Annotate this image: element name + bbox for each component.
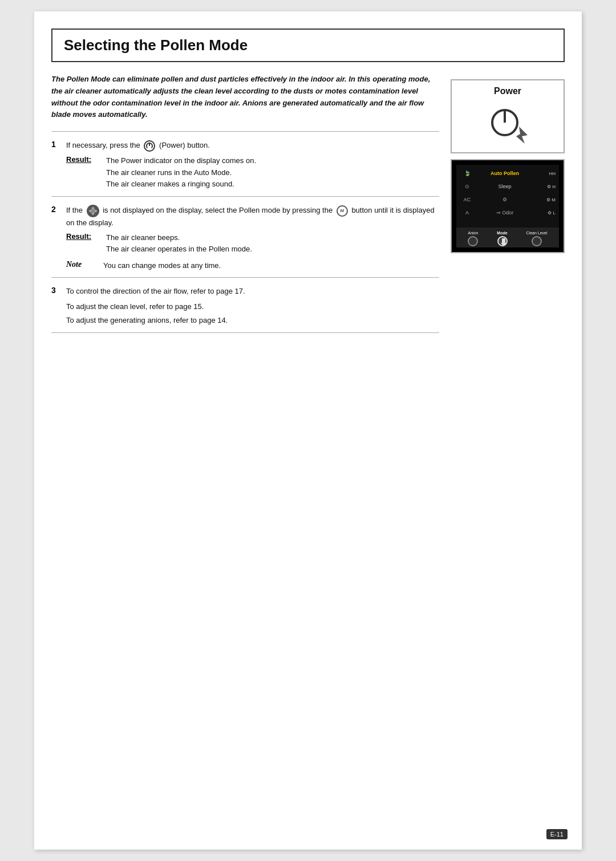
step-1-result: Result: The Power indicator on the displ… — [66, 155, 439, 190]
svg-marker-7 — [516, 127, 528, 144]
note-text: You can change modes at any time. — [103, 260, 221, 271]
clean-level-label: Clean Level — [526, 231, 548, 235]
step-2-text: If the is not displayed on the display, … — [66, 205, 439, 229]
step-2-number: 2 — [51, 205, 63, 214]
note-label: Note — [66, 260, 98, 269]
left-column: The Pollen Mode can eliminate pollen and… — [51, 74, 451, 341]
clean-level-btn-group: Clean Level — [526, 231, 548, 246]
result-lines-1: The Power indicator on the display comes… — [106, 155, 256, 190]
power-icon-inline — [144, 140, 155, 152]
step-3-header: 3 To control the direction of the air fl… — [51, 286, 439, 297]
title-box: Selecting the Pollen Mode — [51, 29, 565, 62]
power-diagram-title: Power — [457, 86, 558, 96]
anion-label: Anion — [468, 231, 479, 235]
result-label-2: Result: — [66, 232, 100, 256]
divider-3 — [51, 277, 439, 278]
step-1-text: If necessary, press the (Power) button. — [66, 140, 210, 152]
result-label-1: Result: — [66, 155, 100, 190]
step-1-header: 1 If necessary, press the (Power) button… — [51, 140, 439, 152]
svg-point-3 — [92, 213, 94, 215]
step-3-number: 3 — [51, 286, 63, 295]
mode-button-icon: M — [337, 205, 348, 217]
step-3-extra: To adjust the clean level, refer to page… — [66, 300, 439, 327]
divider-2 — [51, 196, 439, 197]
page-title: Selecting the Pollen Mode — [64, 36, 552, 54]
page-number: E-11 — [546, 829, 568, 839]
mode-btn-group: Mode — [497, 231, 507, 246]
step-3-text: To control the direction of the air flow… — [66, 286, 245, 297]
step-1: 1 If necessary, press the (Power) button… — [51, 140, 439, 190]
intro-paragraph: The Pollen Mode can eliminate pollen and… — [51, 74, 439, 121]
power-diagram: Power — [451, 79, 565, 153]
divider-1 — [51, 131, 439, 132]
pollen-display-icon — [87, 205, 99, 217]
mode-buttons: Anion Mode Clean Level — [456, 228, 559, 247]
svg-point-4 — [89, 210, 91, 212]
step-2-header: 2 If the is not displaye — [51, 205, 439, 229]
step-3: 3 To control the direction of the air fl… — [51, 286, 439, 327]
right-column: Power 🍃 — [451, 74, 565, 341]
clean-level-button[interactable] — [532, 236, 542, 246]
result-lines-2: The air cleaner beeps. The air cleaner o… — [106, 232, 252, 256]
step-1-number: 1 — [51, 140, 63, 149]
step-2-note: Note You can change modes at any time. — [66, 260, 439, 271]
anion-btn-group: Anion — [468, 231, 478, 246]
power-button-svg — [457, 101, 558, 147]
svg-marker-8 — [501, 238, 506, 246]
step-2-result: Result: The air cleaner beeps. The air c… — [66, 232, 439, 256]
mode-diagram: 🍃 Auto Pollen HH ⊙ Sleep ⚙ H AC ⚙ ⚙ M A — [451, 159, 565, 253]
content-area: The Pollen Mode can eliminate pollen and… — [34, 74, 582, 341]
svg-point-2 — [95, 210, 97, 212]
mode-label: Mode — [497, 231, 507, 235]
svg-point-1 — [92, 207, 94, 209]
page: Selecting the Pollen Mode The Pollen Mod… — [34, 11, 582, 850]
mode-display: 🍃 Auto Pollen HH ⊙ Sleep ⚙ H AC ⚙ ⚙ M A — [456, 165, 559, 228]
step-2: 2 If the is not displaye — [51, 205, 439, 271]
divider-4 — [51, 332, 439, 333]
anion-button[interactable] — [468, 236, 478, 246]
mode-button[interactable] — [497, 236, 508, 246]
